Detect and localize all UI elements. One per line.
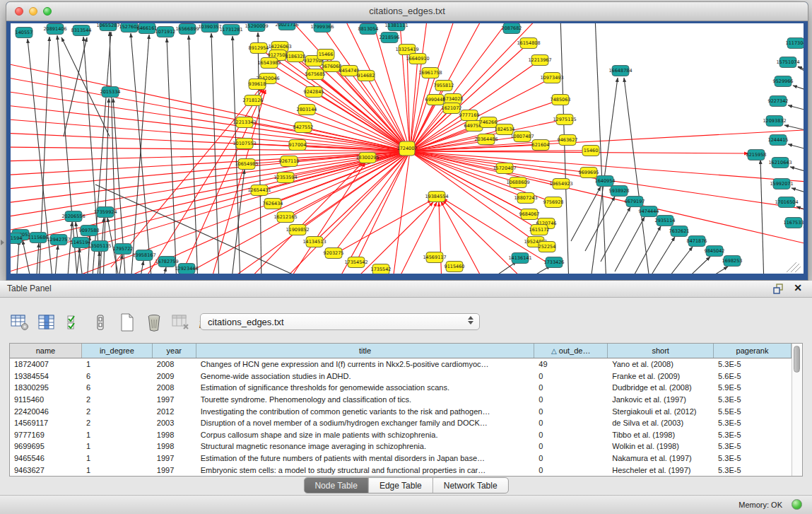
graph-edge[interactable] [624,78,650,274]
tab-node-table[interactable]: Node Table [304,478,369,493]
column-header-year[interactable]: year [153,344,196,358]
column-header-short[interactable]: short [608,344,714,358]
table-cell[interactable]: 1997 [153,394,196,406]
graph-edge[interactable] [330,200,432,257]
graph-edge[interactable] [356,151,410,262]
table-cell[interactable]: 14569117 [10,417,82,429]
network-canvas[interactable]: 1405572089140683135441065528715276026466… [11,23,804,274]
graph-edge[interactable] [571,187,601,241]
table-cell[interactable]: Structural magnetic resonance image aver… [196,440,535,452]
table-row[interactable]: 2242004622012Investigating the contribut… [10,405,792,417]
table-cell[interactable]: 2009 [153,370,196,382]
graph-edge[interactable] [54,245,58,274]
graph-edge[interactable] [23,240,32,274]
table-row[interactable]: 911546021997Tourette syndrome. Phenomeno… [10,394,792,406]
graph-edge[interactable] [601,207,630,262]
table-cell[interactable]: 0 [534,382,608,394]
table-cell[interactable]: 2012 [153,405,196,417]
graph-edge[interactable] [258,33,261,274]
table-cell[interactable]: 5.6E-5 [714,370,792,382]
graph-edge[interactable] [615,217,645,271]
scrollbar-thumb[interactable] [794,346,800,373]
graph-edge[interactable] [141,88,263,274]
table-source-select[interactable]: citations_edges.txt [200,313,480,330]
tab-edge-table[interactable]: Edge Table [369,478,433,493]
column-header-title[interactable]: title [196,344,535,358]
table-vertical-scrollbar[interactable] [792,344,802,476]
table-cell[interactable]: 9465546 [10,452,82,465]
table-cell[interactable]: 18724007 [10,358,82,370]
table-cell[interactable]: 0 [534,429,608,441]
graph-edge[interactable] [118,255,122,274]
table-cell[interactable]: 2003 [153,417,196,429]
column-visibility-icon[interactable] [37,313,56,332]
table-cell[interactable]: 0 [534,405,608,417]
table-cell[interactable]: 2 [82,394,153,406]
graph-edge[interactable] [793,86,804,93]
table-cell[interactable]: 5.5E-5 [714,405,792,417]
table-row[interactable]: 1938455462009Genome-wide association stu… [10,370,792,382]
table-cell[interactable]: Corpus callosum shape and size in male p… [196,429,535,441]
table-cell[interactable]: 2 [82,417,153,429]
graph-edge[interactable] [11,119,410,151]
table-row[interactable]: 946362711997Embryonic stem cells: a mode… [10,464,792,476]
table-cell[interactable]: Estimation of the future numbers of pati… [196,452,535,465]
table-cell[interactable]: 2008 [153,382,196,394]
table-cell[interactable]: 0 [534,417,608,429]
collapsed-panel-arrow-icon[interactable] [1,240,4,245]
table-options-icon[interactable] [10,313,29,332]
table-cell[interactable]: Estimation of significance thresholds fo… [196,382,535,394]
table-cell[interactable]: 5.3E-5 [714,417,792,429]
table-cell[interactable]: 5.3E-5 [714,452,792,465]
column-header-name[interactable]: name [10,344,82,358]
window-titlebar[interactable]: citations_edges.txt [6,2,808,21]
graph-edge[interactable] [95,185,316,274]
resize-grip-icon[interactable] [791,264,799,272]
graph-edge[interactable] [410,151,748,153]
graph-edge[interactable] [92,32,111,274]
table-cell[interactable]: Disruption of a novel member of a sodium… [196,417,535,429]
column-header-pagerank[interactable]: pagerank [714,344,792,358]
column-header-out_de[interactable]: △out_de… [534,344,608,358]
graph-edge[interactable] [788,144,804,151]
table-cell[interactable]: 1997 [153,464,196,476]
table-cell[interactable]: 1 [82,452,153,465]
table-row[interactable]: 1872400712008Changes of HCN gene express… [10,358,792,370]
table-cell[interactable]: Hescheler et al. (1997) [608,464,714,476]
graph-edge[interactable] [410,23,428,151]
graph-edge[interactable] [110,32,117,274]
table-cell[interactable]: 19384554 [10,370,82,382]
table-cell[interactable]: 2008 [153,358,196,370]
delete-table-icon[interactable] [144,313,163,332]
graph-edge[interactable] [645,237,675,274]
table-cell[interactable]: 1998 [153,440,196,452]
table-cell[interactable]: 1 [82,429,153,441]
table-cell[interactable]: 9777169 [10,429,82,441]
graph-edge[interactable] [663,247,693,274]
table-cell[interactable]: 6 [82,370,153,382]
table-cell[interactable]: Tibbo et al. (1998) [608,429,714,441]
table-cell[interactable]: 5.9E-5 [714,382,792,394]
table-cell[interactable]: 9699695 [10,440,82,452]
table-cell[interactable]: 5.3E-5 [714,358,792,370]
table-cell[interactable]: 5.3E-5 [714,429,792,441]
table-cell[interactable]: Wolkin et al. (1998) [608,440,714,452]
graph-edge[interactable] [560,23,569,274]
table-row[interactable]: 977716911998Corpus callosum shape and si… [10,429,792,441]
table-cell[interactable]: 0 [534,464,608,476]
table-cell[interactable]: Tourette syndrome. Phenomenology and cla… [196,394,535,406]
table-row[interactable]: 1456911722003Disruption of a novel membe… [10,417,792,429]
table-cell[interactable]: 9463627 [10,464,82,476]
table-cell[interactable]: 18300295 [10,382,82,394]
graph-edge[interactable] [760,160,764,274]
table-cell[interactable]: 0 [534,452,608,465]
table-cell[interactable]: 5.3E-5 [714,394,792,406]
table-cell[interactable]: 0 [534,370,608,382]
graph-edge[interactable] [792,188,804,195]
graph-edge[interactable] [788,105,804,112]
table-cell[interactable]: Nakamura et al. (1997) [608,452,714,465]
table-cell[interactable]: 5.3E-5 [714,440,792,452]
graph-edge[interactable] [189,35,198,274]
table-cell[interactable]: Changes of HCN gene expression and I(f) … [196,358,535,370]
table-cell[interactable]: 0 [534,440,608,452]
